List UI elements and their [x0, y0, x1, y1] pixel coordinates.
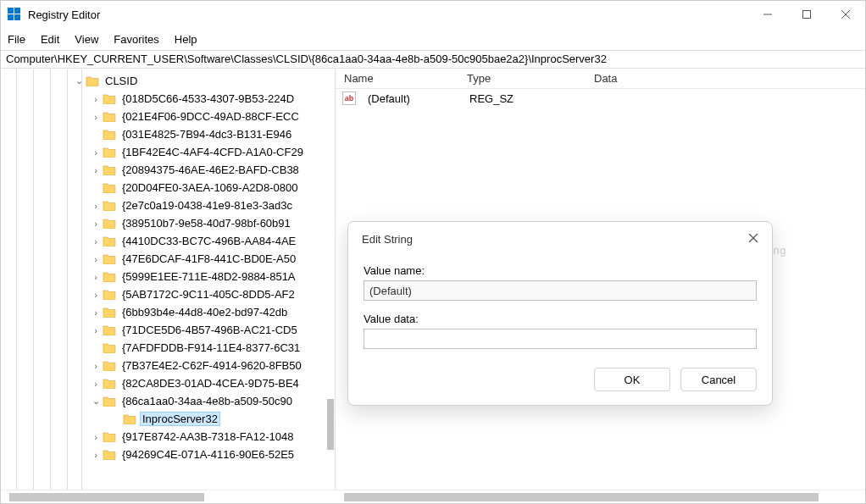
tree-vscroll-thumb[interactable] — [327, 399, 334, 450]
tree-item-label: {20894375-46AE-46E2-BAFD-CB38 — [119, 163, 302, 177]
tree-item[interactable]: ›{82CA8DE3-01AD-4CEA-9D75-BE4 — [1, 374, 335, 392]
chevron-right-icon[interactable]: › — [89, 290, 103, 300]
tree-item-label: {021E4F06-9DCC-49AD-88CF-ECC — [119, 109, 302, 124]
app-icon — [8, 8, 21, 21]
folder-icon — [103, 342, 116, 353]
ok-button[interactable]: OK — [594, 368, 670, 391]
tree-item[interactable]: {20D04FE0-3AEA-1069-A2D8-0800 — [1, 179, 335, 197]
chevron-right-icon[interactable]: › — [89, 379, 103, 389]
tree-item[interactable]: ›{47E6DCAF-41F8-441C-BD0E-A50 — [1, 250, 335, 268]
tree-item-label: {20D04FE0-3AEA-1069-A2D8-0800 — [119, 180, 300, 195]
chevron-right-icon[interactable]: › — [89, 219, 103, 229]
close-button[interactable] — [826, 1, 865, 28]
tree-item[interactable]: {031E4825-7B94-4dc3-B131-E946 — [1, 125, 335, 143]
chevron-right-icon[interactable]: › — [89, 112, 103, 122]
list-hscroll[interactable] — [336, 490, 865, 503]
chevron-right-icon[interactable]: › — [89, 361, 103, 371]
tree-item[interactable]: ›{4410DC33-BC7C-496B-AA84-4AE — [1, 232, 335, 250]
folder-icon — [103, 324, 116, 335]
maximize-button[interactable] — [787, 1, 826, 28]
menu-favorites[interactable]: Favorites — [114, 33, 158, 46]
minimize-button[interactable] — [748, 1, 787, 28]
tree-item-label: {47E6DCAF-41F8-441C-BD0E-A50 — [119, 252, 298, 266]
menubar: File Edit View Favorites Help — [1, 28, 865, 50]
tree-item[interactable]: ›{389510b7-9e58-40d7-98bf-60b91 — [1, 214, 335, 232]
tree-item-label: {7AFDFDDB-F914-11E4-8377-6C31 — [119, 341, 303, 355]
dialog-titlebar: Edit String — [348, 222, 772, 256]
folder-icon — [103, 111, 116, 122]
chevron-right-icon[interactable]: › — [89, 147, 103, 158]
tree-item-label: {86ca1aa0-34aa-4e8b-a509-50c90 — [119, 394, 295, 408]
folder-icon — [103, 164, 116, 175]
tree-item[interactable]: ›{5AB7172C-9C11-405C-8DD5-AF2 — [1, 285, 335, 303]
folder-icon — [103, 253, 116, 264]
folder-icon — [103, 396, 116, 407]
tree-item[interactable]: ›{94269C4E-071A-4116-90E6-52E5 — [1, 446, 335, 463]
chevron-right-icon[interactable]: › — [89, 325, 103, 335]
tree-hscroll[interactable] — [1, 490, 336, 503]
menu-view[interactable]: View — [75, 33, 98, 46]
chevron-right-icon[interactable]: › — [89, 307, 103, 318]
svg-rect-1 — [803, 11, 811, 19]
folder-icon — [103, 93, 116, 104]
edit-string-dialog: Edit String Value name: Value data: OK C… — [347, 221, 773, 406]
cancel-button[interactable]: Cancel — [680, 368, 757, 391]
hscroll-area — [1, 490, 865, 503]
tree[interactable]: ⌄CLSID›{018D5C66-4533-4307-9B53-224D›{02… — [1, 69, 335, 463]
tree-item-label: {71DCE5D6-4B57-496B-AC21-CD5 — [119, 323, 300, 337]
col-type[interactable]: Type — [458, 72, 586, 85]
value-name-input[interactable] — [364, 280, 757, 301]
chevron-right-icon[interactable]: › — [89, 254, 103, 264]
tree-item-label: {94269C4E-071A-4116-90E6-52E5 — [119, 447, 297, 462]
dialog-title-text: Edit String — [362, 233, 413, 246]
tree-item[interactable]: ›{7B37E4E2-C62F-4914-9620-8FB50 — [1, 357, 335, 374]
folder-icon — [103, 182, 116, 193]
chevron-right-icon[interactable]: › — [89, 432, 103, 442]
titlebar: Registry Editor — [1, 1, 865, 28]
tree-pane: ⌄CLSID›{018D5C66-4533-4307-9B53-224D›{02… — [1, 69, 336, 490]
tree-item[interactable]: ›{018D5C66-4533-4307-9B53-224D — [1, 90, 335, 108]
value-data-input[interactable] — [364, 329, 757, 349]
tree-item[interactable]: ›{021E4F06-9DCC-49AD-88CF-ECC — [1, 108, 335, 125]
value-data-label: Value data: — [364, 313, 757, 325]
chevron-right-icon[interactable]: › — [89, 272, 103, 282]
folder-icon — [103, 431, 116, 442]
tree-item[interactable]: ›{5999E1EE-711E-48D2-9884-851A — [1, 268, 335, 285]
tree-item[interactable]: InprocServer32 — [1, 410, 335, 428]
list-row[interactable]: ab (Default) REG_SZ — [336, 89, 865, 108]
menu-edit[interactable]: Edit — [41, 33, 59, 46]
tree-item-label: InprocServer32 — [140, 412, 220, 426]
tree-item[interactable]: ›{71DCE5D6-4B57-496B-AC21-CD5 — [1, 321, 335, 339]
list-cell-name: (Default) — [359, 92, 461, 105]
menu-file[interactable]: File — [8, 33, 25, 46]
main-area: ⌄CLSID›{018D5C66-4533-4307-9B53-224D›{02… — [1, 69, 865, 490]
chevron-right-icon[interactable]: › — [89, 450, 103, 460]
chevron-right-icon[interactable]: › — [89, 165, 103, 175]
chevron-right-icon[interactable]: › — [89, 94, 103, 104]
tree-item-label: {389510b7-9e58-40d7-98bf-60b91 — [119, 216, 293, 230]
tree-item[interactable]: ›{917E8742-AA3B-7318-FA12-1048 — [1, 428, 335, 446]
folder-icon — [103, 200, 116, 211]
list-cell-type: REG_SZ — [461, 92, 588, 105]
tree-item[interactable]: ›{2e7c0a19-0438-41e9-81e3-3ad3c — [1, 197, 335, 214]
tree-item-label: {7B37E4E2-C62F-4914-9620-8FB50 — [119, 358, 304, 373]
tree-item[interactable]: ›{1BF42E4C-4AF4-4CFD-A1A0-CF29 — [1, 143, 335, 161]
tree-item[interactable]: ›{6bb93b4e-44d8-40e2-bd97-42db — [1, 303, 335, 321]
folder-icon — [103, 147, 116, 158]
tree-item[interactable]: ›{20894375-46AE-46E2-BAFD-CB38 — [1, 161, 335, 179]
chevron-down-icon[interactable]: ⌄ — [72, 75, 86, 86]
tree-item[interactable]: ⌄{86ca1aa0-34aa-4e8b-a509-50c90 — [1, 392, 335, 410]
chevron-down-icon[interactable]: ⌄ — [89, 396, 103, 407]
chevron-right-icon[interactable]: › — [89, 236, 103, 246]
tree-item[interactable]: ⌄CLSID — [1, 72, 335, 90]
address-bar[interactable]: Computer\HKEY_CURRENT_USER\Software\Clas… — [1, 50, 865, 69]
col-name[interactable]: Name — [336, 72, 458, 85]
folder-icon — [86, 75, 99, 86]
tree-item[interactable]: {7AFDFDDB-F914-11E4-8377-6C31 — [1, 339, 335, 357]
menu-help[interactable]: Help — [175, 33, 197, 46]
value-name-label: Value name: — [364, 264, 757, 277]
chevron-right-icon[interactable]: › — [89, 201, 103, 211]
folder-icon — [103, 289, 116, 300]
col-data[interactable]: Data — [586, 72, 865, 85]
dialog-close-button[interactable] — [748, 233, 758, 246]
